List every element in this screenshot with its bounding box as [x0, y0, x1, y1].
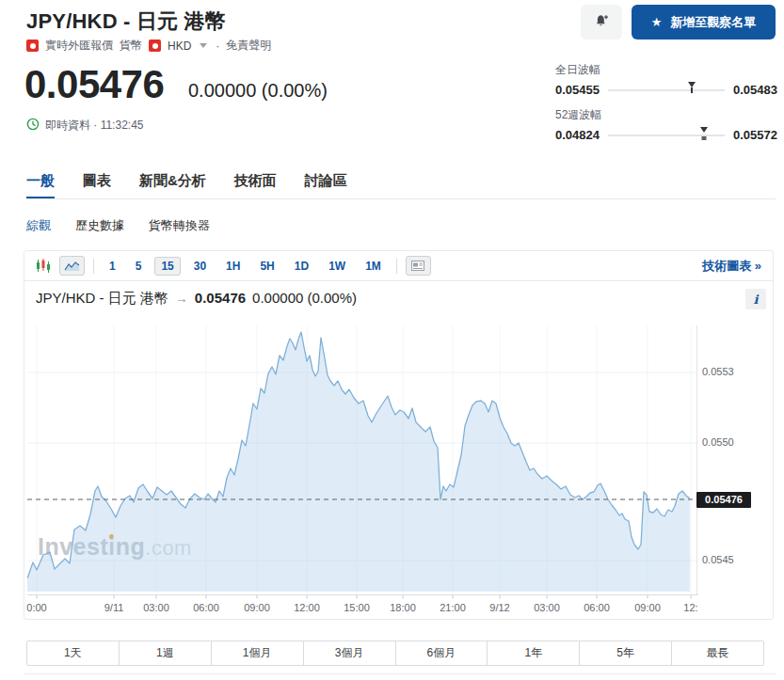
x-axis-label: 09:00: [627, 602, 668, 613]
range-1w[interactable]: 1週: [120, 641, 212, 665]
range-max[interactable]: 最長: [672, 641, 763, 665]
breadcrumb-link-currencies[interactable]: 貨幣: [120, 38, 142, 54]
x-axis-label: 03:00: [136, 602, 177, 613]
hk-flag-icon: [149, 40, 161, 52]
timeframe-1m[interactable]: 1M: [359, 257, 388, 276]
chart-title: JPY/HKD - 日元 港幣 → 0.05476 0.00000 (0.00%…: [36, 290, 357, 308]
news-overlay-icon[interactable]: [406, 256, 431, 276]
x-axis-label: 15:00: [336, 602, 377, 613]
page-title: JPY/HKD - 日元 港幣: [26, 8, 226, 36]
star-icon: ★: [651, 16, 663, 28]
x-axis-label: 12:00: [286, 602, 328, 613]
ranges-panel: 全日波幅 0.05455 0.05483 52週波幅 0.04824 0.055…: [555, 62, 777, 152]
subtab-historical-data[interactable]: 歷史數據: [75, 217, 124, 234]
breadcrumb: 實時外匯報價 貨幣 HKD · 免責聲明: [26, 38, 271, 54]
week52-range-marker-foot: [701, 136, 706, 140]
bell-plus-icon: [594, 13, 610, 32]
area-chart-icon[interactable]: [59, 256, 85, 276]
tab-news-analysis[interactable]: 新聞&分析: [139, 172, 206, 199]
range-5y[interactable]: 5年: [580, 641, 672, 665]
x-axis-label: 9/12: [479, 602, 520, 613]
x-axis-label: 21:00: [432, 602, 473, 613]
breadcrumb-separator: ·: [216, 40, 219, 53]
x-axis-label: 18:00: [382, 602, 424, 613]
x-axis-label: 9/11: [93, 602, 135, 613]
y-axis-label: 0.0545: [702, 554, 734, 565]
breadcrumb-link-forex[interactable]: 實時外匯報價: [45, 38, 113, 54]
current-price-axis-badge: 0.05476: [696, 492, 751, 508]
jpy-hkd-quote-page: JPY/HKD - 日元 港幣 ★ 新增至觀察名單 實時外匯報價 貨幣 HKD …: [0, 0, 784, 680]
range-3m[interactable]: 3個月: [304, 641, 396, 665]
y-axis-label: 0.0550: [702, 436, 734, 448]
time-range-bar: 1天1週1個月3個月6個月1年5年最長: [26, 640, 764, 666]
y-axis-label: 0.0553: [702, 366, 734, 377]
clock-icon: [26, 118, 40, 134]
flag-icon: [26, 40, 39, 52]
week52-range-label: 52週波幅: [555, 107, 777, 123]
timeframe-group: 1515301H5H1D1W1M: [103, 257, 388, 276]
x-axis-label: 09:00: [236, 602, 278, 613]
toolbar-separator: [93, 259, 94, 274]
range-1m[interactable]: 1個月: [212, 641, 304, 665]
right-arrow-icon: →: [175, 291, 188, 306]
week52-range-high: 0.05572: [733, 128, 777, 142]
chart-title-price: 0.05476: [195, 290, 246, 306]
tab-charts[interactable]: 圖表: [83, 172, 111, 199]
tabs-divider: [26, 198, 776, 199]
price-change: 0.00000 (0.00%): [188, 80, 328, 102]
x-axis-label: 06:00: [576, 602, 617, 613]
chart-card: 1515301H5H1D1W1M 技術圖表 » JPY/HKD - 日元 港幣 …: [24, 250, 774, 620]
day-range-marker-foot: [691, 87, 693, 93]
realtime-status: 即時資料 · 11:32:45: [26, 118, 143, 134]
tab-general[interactable]: 一般: [26, 172, 55, 199]
add-to-watchlist-label: 新增至觀察名單: [670, 14, 756, 31]
technical-chart-link[interactable]: 技術圖表 »: [702, 258, 761, 275]
x-axis-label: 06:00: [185, 602, 227, 613]
chevron-down-icon[interactable]: [200, 43, 207, 48]
timeframe-1d[interactable]: 1D: [288, 257, 315, 276]
range-1d[interactable]: 1天: [27, 641, 120, 665]
timeframe-1h[interactable]: 1H: [219, 257, 247, 276]
week52-range-low: 0.04824: [555, 128, 600, 142]
x-axis-label: 12:: [670, 602, 712, 613]
timeframe-1[interactable]: 1: [103, 257, 122, 276]
info-icon[interactable]: i: [745, 289, 766, 309]
create-alert-button[interactable]: [581, 5, 622, 40]
currency-selector[interactable]: HKD: [168, 40, 191, 53]
subtab-overview[interactable]: 綜觀: [26, 217, 51, 234]
week52-range: 52週波幅 0.04824 0.05572: [555, 107, 777, 142]
week52-range-marker: [700, 127, 708, 133]
timeframe-15[interactable]: 15: [154, 257, 180, 276]
bottom-divider: [24, 673, 776, 674]
disclaimer-link[interactable]: 免責聲明: [226, 38, 271, 54]
day-range-label: 全日波幅: [555, 62, 777, 78]
timeframe-1w[interactable]: 1W: [322, 257, 352, 276]
subtab-currency-converter[interactable]: 貨幣轉換器: [149, 217, 210, 234]
tab-discussions[interactable]: 討論區: [305, 172, 347, 199]
sub-tabs: 綜觀歷史數據貨幣轉換器: [26, 217, 210, 234]
day-range: 全日波幅 0.05455 0.05483: [555, 62, 777, 97]
toolbar-separator: [396, 259, 397, 274]
timeframe-5[interactable]: 5: [129, 257, 149, 276]
chart-toolbar: 1515301H5H1D1W1M 技術圖表 »: [24, 251, 773, 281]
range-1y[interactable]: 1年: [488, 641, 580, 665]
range-6m[interactable]: 6個月: [396, 641, 488, 665]
realtime-label: 即時資料 · 11:32:45: [45, 118, 143, 134]
chart-title-change: 0.00000 (0.00%): [252, 290, 357, 306]
day-range-track: [608, 89, 725, 91]
chart-title-pair: JPY/HKD - 日元 港幣: [36, 290, 168, 308]
price-area-chart[interactable]: [27, 325, 698, 599]
day-range-high: 0.05483: [733, 83, 777, 97]
last-price: 0.05476: [24, 62, 164, 107]
main-tabs: 一般圖表新聞&分析技術面討論區: [26, 172, 347, 199]
day-range-low: 0.05455: [555, 83, 600, 97]
x-axis-label: 0:00: [16, 602, 57, 613]
tab-technical[interactable]: 技術面: [234, 172, 277, 199]
x-axis-label: 03:00: [526, 602, 568, 613]
timeframe-5h[interactable]: 5H: [253, 257, 280, 276]
candlestick-chart-icon[interactable]: [36, 258, 51, 274]
timeframe-30[interactable]: 30: [187, 257, 213, 276]
week52-range-track: [608, 134, 725, 136]
add-to-watchlist-button[interactable]: ★ 新增至觀察名單: [632, 5, 776, 40]
